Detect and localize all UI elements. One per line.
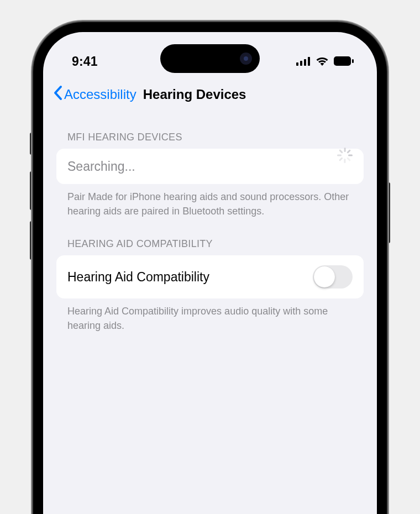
status-time: 9:41 — [72, 54, 98, 69]
dynamic-island — [160, 44, 260, 73]
svg-rect-1 — [300, 61, 302, 66]
section-footer-mfi: Pair Made for iPhone hearing aids and so… — [56, 184, 364, 218]
svg-rect-0 — [296, 62, 298, 66]
mfi-searching-row: Searching... — [56, 149, 364, 184]
wifi-icon — [316, 54, 329, 69]
svg-rect-4 — [334, 56, 351, 66]
cellular-signal-icon — [296, 54, 311, 69]
back-button[interactable]: Accessibility — [53, 85, 136, 104]
spinner-icon — [337, 159, 353, 174]
section-footer-compat: Hearing Aid Compatibility improves audio… — [56, 298, 364, 333]
phone-frame: 9:41 — [33, 22, 387, 514]
section-header-mfi: MFI HEARING DEVICES — [56, 112, 364, 149]
mfi-status-label: Searching... — [67, 159, 135, 174]
compat-row-label: Hearing Aid Compatibility — [67, 270, 209, 285]
svg-rect-2 — [304, 59, 306, 66]
compat-row[interactable]: Hearing Aid Compatibility — [56, 255, 364, 298]
svg-rect-5 — [352, 59, 354, 63]
svg-rect-3 — [308, 57, 310, 66]
screen: 9:41 — [43, 32, 377, 514]
power-button — [387, 182, 390, 243]
chevron-left-icon — [53, 85, 63, 104]
battery-icon — [334, 54, 354, 69]
page-title: Hearing Devices — [143, 87, 246, 102]
section-header-compat: HEARING AID COMPATIBILITY — [56, 218, 364, 255]
front-camera-icon — [240, 53, 252, 65]
back-label: Accessibility — [64, 87, 136, 102]
compat-toggle[interactable] — [313, 265, 353, 289]
toggle-knob — [314, 266, 335, 287]
nav-bar: Accessibility Hearing Devices — [43, 75, 377, 112]
